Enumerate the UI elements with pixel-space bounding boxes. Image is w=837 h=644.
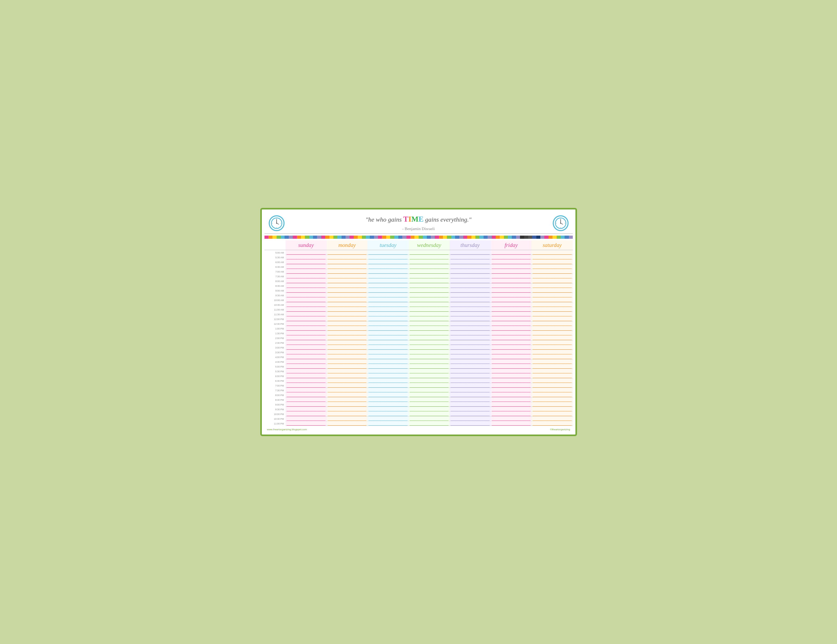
schedule-cell[interactable] [368,283,408,288]
schedule-cell[interactable] [327,326,368,331]
schedule-cell[interactable] [409,407,450,411]
schedule-cell[interactable] [532,340,573,345]
schedule-cell[interactable] [450,283,491,288]
schedule-cell[interactable] [450,255,491,260]
schedule-cell[interactable] [368,340,408,345]
schedule-cell[interactable] [409,340,450,345]
schedule-cell[interactable] [286,345,327,350]
schedule-cell[interactable] [491,359,532,364]
schedule-cell[interactable] [491,321,532,326]
schedule-cell[interactable] [491,364,532,369]
schedule-cell[interactable] [286,364,327,369]
schedule-cell[interactable] [450,316,491,321]
schedule-cell[interactable] [491,264,532,269]
schedule-cell[interactable] [368,407,408,411]
schedule-cell[interactable] [368,279,408,283]
schedule-cell[interactable] [286,307,327,312]
schedule-cell[interactable] [327,383,368,388]
schedule-cell[interactable] [491,331,532,336]
schedule-cell[interactable] [409,416,450,421]
schedule-cell[interactable] [450,345,491,350]
schedule-cell[interactable] [532,350,573,355]
schedule-cell[interactable] [286,298,327,302]
schedule-cell[interactable] [491,374,532,379]
schedule-cell[interactable] [368,379,408,383]
schedule-cell[interactable] [327,307,368,312]
schedule-cell[interactable] [532,260,573,264]
schedule-cell[interactable] [491,397,532,402]
schedule-cell[interactable] [491,421,532,426]
schedule-cell[interactable] [409,393,450,397]
schedule-cell[interactable] [368,316,408,321]
schedule-cell[interactable] [491,293,532,298]
schedule-cell[interactable] [491,302,532,307]
schedule-cell[interactable] [409,279,450,283]
schedule-cell[interactable] [368,364,408,369]
schedule-cell[interactable] [286,316,327,321]
schedule-cell[interactable] [286,421,327,426]
schedule-cell[interactable] [491,388,532,393]
schedule-cell[interactable] [368,274,408,279]
schedule-cell[interactable] [532,255,573,260]
schedule-cell[interactable] [286,279,327,283]
schedule-cell[interactable] [327,298,368,302]
schedule-cell[interactable] [532,383,573,388]
schedule-cell[interactable] [450,260,491,264]
schedule-cell[interactable] [532,336,573,340]
schedule-cell[interactable] [409,321,450,326]
schedule-cell[interactable] [450,379,491,383]
schedule-cell[interactable] [532,264,573,269]
schedule-cell[interactable] [327,312,368,316]
schedule-cell[interactable] [409,283,450,288]
schedule-cell[interactable] [532,374,573,379]
schedule-cell[interactable] [368,293,408,298]
schedule-cell[interactable] [286,374,327,379]
schedule-cell[interactable] [491,279,532,283]
schedule-cell[interactable] [286,355,327,359]
schedule-cell[interactable] [368,264,408,269]
schedule-cell[interactable] [409,255,450,260]
schedule-cell[interactable] [327,350,368,355]
schedule-cell[interactable] [532,283,573,288]
schedule-cell[interactable] [450,407,491,411]
schedule-cell[interactable] [368,321,408,326]
schedule-cell[interactable] [327,369,368,374]
schedule-cell[interactable] [327,274,368,279]
schedule-cell[interactable] [368,383,408,388]
schedule-cell[interactable] [450,397,491,402]
schedule-cell[interactable] [327,397,368,402]
schedule-cell[interactable] [491,379,532,383]
schedule-cell[interactable] [286,411,327,416]
schedule-cell[interactable] [532,355,573,359]
schedule-cell[interactable] [450,388,491,393]
schedule-cell[interactable] [532,345,573,350]
schedule-cell[interactable] [368,298,408,302]
schedule-cell[interactable] [327,302,368,307]
schedule-cell[interactable] [368,359,408,364]
schedule-cell[interactable] [532,298,573,302]
schedule-cell[interactable] [286,288,327,293]
schedule-cell[interactable] [409,288,450,293]
schedule-cell[interactable] [286,383,327,388]
schedule-cell[interactable] [491,340,532,345]
schedule-cell[interactable] [368,345,408,350]
schedule-cell[interactable] [450,302,491,307]
schedule-cell[interactable] [491,312,532,316]
schedule-cell[interactable] [532,326,573,331]
schedule-cell[interactable] [409,364,450,369]
schedule-cell[interactable] [532,312,573,316]
schedule-cell[interactable] [327,379,368,383]
schedule-cell[interactable] [532,407,573,411]
schedule-cell[interactable] [368,416,408,421]
schedule-cell[interactable] [409,383,450,388]
schedule-cell[interactable] [409,421,450,426]
schedule-cell[interactable] [286,388,327,393]
schedule-cell[interactable] [286,359,327,364]
schedule-cell[interactable] [368,393,408,397]
schedule-cell[interactable] [286,312,327,316]
schedule-cell[interactable] [491,288,532,293]
schedule-cell[interactable] [491,336,532,340]
schedule-cell[interactable] [286,255,327,260]
schedule-cell[interactable] [491,369,532,374]
schedule-cell[interactable] [409,350,450,355]
